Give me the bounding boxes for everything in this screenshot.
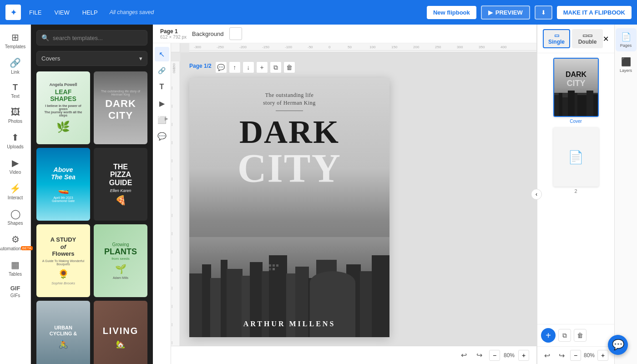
add-page-button[interactable]: +: [541, 328, 556, 343]
svg-rect-56: [276, 264, 278, 267]
tables-icon: ▦: [11, 259, 20, 270]
background-color-swatch[interactable]: [229, 27, 242, 40]
sidebar-item-text[interactable]: T Text: [2, 79, 29, 102]
sidebar-item-templates[interactable]: ⊞ Templates: [2, 28, 29, 53]
zoom-plus-button[interactable]: +: [518, 350, 529, 361]
svg-rect-66: [562, 97, 568, 116]
sidebar-item-photos[interactable]: 🖼 Photos: [2, 103, 29, 127]
svg-text:-300: -300: [194, 45, 202, 49]
page-thumb-cover[interactable]: DARK CITY ARTHUR MILLENS: [553, 58, 599, 124]
template-above-sea[interactable]: AboveThe Sea 🚤 April 9th 2023Garamond Ga…: [36, 148, 90, 221]
page-comment-btn[interactable]: 💬: [215, 61, 227, 73]
right-icon-sidebar: 📄 Pages ⬛ Layers: [614, 25, 637, 364]
template-living[interactable]: LIVING 🏡: [94, 301, 147, 364]
right-layers-btn[interactable]: ⬛ Layers: [616, 53, 637, 76]
collapse-icon[interactable]: ‹: [531, 189, 542, 200]
app-logo: ✦: [5, 5, 21, 20]
undo-btn-right[interactable]: ↩: [541, 349, 553, 361]
new-flipbook-button[interactable]: New flipbook: [427, 6, 476, 19]
select-tool[interactable]: ↖: [155, 47, 169, 61]
play-icon: ▶: [488, 9, 493, 16]
zoom-in-btn[interactable]: +: [597, 350, 608, 361]
topbar: ✦ FILE VIEW HELP All changes saved New f…: [0, 0, 637, 25]
text-tool[interactable]: T: [155, 80, 169, 94]
link-tool-icon: 🔗: [158, 67, 166, 74]
svg-rect-53: [310, 283, 355, 337]
page-thumbnail-2[interactable]: 📄: [553, 127, 599, 187]
page-up-btn[interactable]: ↑: [229, 61, 241, 73]
cover-divider: [276, 111, 303, 111]
delete-page-btn[interactable]: 🗑: [574, 329, 586, 342]
cover-content: The outstanding life story of Herman Kin…: [189, 78, 389, 337]
close-panel-btn[interactable]: ✕: [603, 35, 609, 43]
sidebar-item-tables[interactable]: ▦ Tables: [2, 256, 29, 280]
search-input[interactable]: [53, 35, 142, 41]
sidebar-item-link[interactable]: 🔗 Link: [2, 54, 29, 78]
redo-button[interactable]: ↪: [474, 349, 485, 361]
menu-file[interactable]: FILE: [25, 6, 46, 19]
duplicate-page-btn[interactable]: ⧉: [558, 329, 571, 342]
undo-button[interactable]: ↩: [458, 349, 470, 361]
redo-btn-right[interactable]: ↪: [556, 349, 567, 361]
template-leaf-shapes[interactable]: Angela Powell LEAFSHAPES I believe in th…: [36, 71, 90, 144]
templates-icon: ⊞: [11, 32, 19, 43]
menu-view[interactable]: VIEW: [50, 6, 74, 19]
cover-author: ARTHUR MILLENS: [189, 320, 389, 328]
page-down-btn[interactable]: ↓: [243, 61, 254, 73]
video-tool[interactable]: ▶: [155, 96, 169, 111]
right-pages-btn[interactable]: 📄 Pages: [616, 28, 637, 51]
chat-bubble[interactable]: 💬: [608, 335, 628, 355]
book-cover-page[interactable]: The outstanding life story of Herman Kin…: [189, 78, 389, 337]
svg-rect-71: [593, 94, 598, 116]
uploads-icon: ⬆: [11, 132, 19, 143]
page-add-btn[interactable]: +: [256, 61, 268, 73]
svg-text:|: |: [172, 322, 172, 326]
layers-icon: ⬛: [621, 57, 631, 67]
right-section: ‹ ▭ Single ▭▭ Double ✕: [536, 25, 637, 364]
canvas-scroll-area[interactable]: Page 1/2 💬 ↑ ↓ + ⧉ 🗑: [180, 52, 536, 364]
single-icon: ▭: [554, 32, 559, 39]
svg-rect-68: [575, 93, 577, 116]
svg-text:-50: -50: [308, 45, 313, 49]
page-delete-btn[interactable]: 🗑: [283, 61, 295, 73]
zoom-out-btn[interactable]: −: [570, 350, 581, 361]
interact-icon: ⚡: [10, 183, 21, 194]
page-thumbnail-1[interactable]: DARK CITY ARTHUR MILLENS: [553, 58, 599, 117]
left-sidebar: ⊞ Templates 🔗 Link T Text 🖼 Photos ⬆ Upl…: [0, 25, 31, 364]
category-dropdown[interactable]: Covers ▾: [36, 51, 147, 66]
sidebar-item-gifs[interactable]: GIF GIFs: [2, 281, 29, 302]
tab-single[interactable]: ▭ Single: [543, 29, 570, 48]
download-button[interactable]: ⬇: [535, 5, 552, 20]
zoom-actions-bar: ↩ ↪ − 80% +: [537, 346, 614, 364]
page-duplicate-btn[interactable]: ⧉: [270, 61, 282, 73]
search-box[interactable]: 🔍: [36, 30, 147, 46]
template-urban-cycling[interactable]: URBANCYCLING & 🚴: [36, 301, 90, 364]
expand-icon: ▶: [165, 116, 168, 121]
tab-double[interactable]: ▭▭ Double: [572, 29, 603, 48]
sidebar-item-automation[interactable]: ⚙ AutomationBETA: [2, 230, 29, 255]
menu-help[interactable]: HELP: [78, 6, 102, 19]
sidebar-item-uploads[interactable]: ⬆ Uploads: [2, 128, 29, 153]
make-flipbook-button[interactable]: MAKE IT A FLIPBOOK: [557, 6, 632, 19]
link-tool[interactable]: 🔗: [155, 63, 169, 78]
sidebar-item-shapes[interactable]: ◯ Shapes: [2, 205, 29, 229]
svg-text:-250: -250: [217, 45, 224, 49]
template-dark-city[interactable]: The outstanding life story of Herman Kin…: [94, 71, 147, 144]
template-study-flowers[interactable]: A STUDYofFlowers A Guide To Making Wonde…: [36, 224, 90, 297]
svg-rect-37: [210, 278, 222, 337]
template-pizza-guide[interactable]: THEPIZZAGUIDE Ellen Karen 🍕: [94, 148, 147, 221]
ruler-corner: [171, 43, 180, 52]
svg-text:-100: -100: [285, 45, 293, 49]
sidebar-item-interact[interactable]: ⚡ Interact: [2, 179, 29, 204]
page-thumb-2[interactable]: 📄 2: [553, 127, 599, 194]
zoom-minus-button[interactable]: −: [489, 350, 500, 361]
pages-icon: 📄: [621, 32, 631, 42]
template-plants[interactable]: Growing PLANTS from seeds 🌱 Adam Mills: [94, 224, 147, 297]
preview-button[interactable]: ▶ PREVIEW: [481, 5, 530, 20]
sidebar-item-video[interactable]: ▶ Video: [2, 154, 29, 178]
cursor-icon: ↖: [159, 50, 165, 59]
frame-tool[interactable]: ⬜ ▶: [155, 112, 169, 127]
svg-text:|: |: [172, 268, 172, 272]
comment-tool[interactable]: 💬: [155, 129, 169, 143]
collapse-panel-btn[interactable]: ‹: [531, 189, 542, 200]
